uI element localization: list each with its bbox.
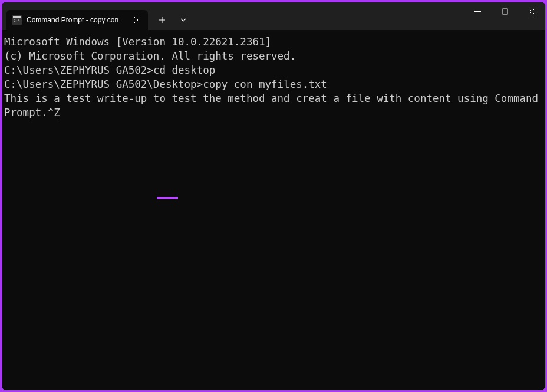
new-tab-button[interactable] xyxy=(151,10,173,30)
highlight-annotation xyxy=(157,197,178,199)
tab-active[interactable]: C:\ Command Prompt - copy con xyxy=(6,10,148,30)
terminal-input-line: This is a test write-up to test the meth… xyxy=(4,91,543,120)
prompt-command: copy con myfiles.txt xyxy=(203,78,327,90)
tab-actions xyxy=(151,2,194,30)
svg-rect-3 xyxy=(502,9,508,14)
terminal-content[interactable]: Microsoft Windows [Version 10.0.22621.23… xyxy=(2,30,545,390)
terminal-prompt-line: C:\Users\ZEPHYRUS GA502\Desktop>copy con… xyxy=(4,77,543,91)
tab-dropdown-button[interactable] xyxy=(173,10,194,30)
tab-title: Command Prompt - copy con xyxy=(27,16,128,24)
prompt-command: cd desktop xyxy=(153,64,215,76)
titlebar: C:\ Command Prompt - copy con xyxy=(2,2,545,30)
terminal-line: (c) Microsoft Corporation. All rights re… xyxy=(4,49,543,63)
svg-text:C:\: C:\ xyxy=(14,18,20,22)
prompt-path: C:\Users\ZEPHYRUS GA502> xyxy=(4,64,153,76)
prompt-path: C:\Users\ZEPHYRUS GA502\Desktop> xyxy=(4,78,203,90)
terminal-line: Microsoft Windows [Version 10.0.22621.23… xyxy=(4,35,543,49)
close-button[interactable] xyxy=(518,2,545,21)
svg-rect-1 xyxy=(13,16,21,18)
minimize-button[interactable] xyxy=(464,2,491,21)
maximize-button[interactable] xyxy=(491,2,518,21)
terminal-window: C:\ Command Prompt - copy con xyxy=(2,2,545,390)
tab-area: C:\ Command Prompt - copy con xyxy=(2,2,148,30)
terminal-wrapper: Microsoft Windows [Version 10.0.22621.23… xyxy=(2,30,545,390)
terminal-prompt-line: C:\Users\ZEPHYRUS GA502>cd desktop xyxy=(4,63,543,77)
window-controls xyxy=(464,2,545,30)
text-cursor xyxy=(61,108,61,119)
tab-close-button[interactable] xyxy=(133,15,142,25)
cmd-icon: C:\ xyxy=(12,15,22,25)
input-content: This is a test write-up to test the meth… xyxy=(4,93,545,118)
